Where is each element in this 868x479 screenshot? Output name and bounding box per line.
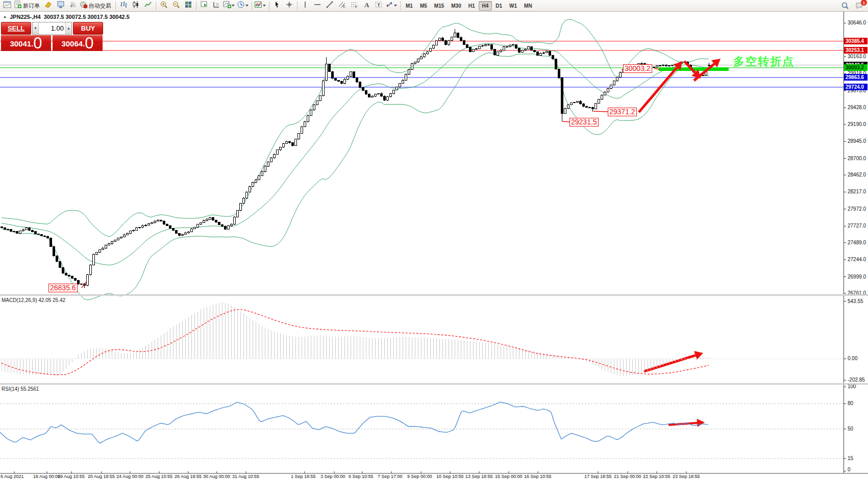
trendline-icon[interactable] (324, 0, 336, 11)
fibonacci-icon: F (350, 1, 358, 11)
vertical-line-icon[interactable] (299, 0, 311, 11)
new-chart-icon (223, 1, 231, 11)
docking-icon (212, 1, 220, 11)
chat-icon[interactable]: 1 (854, 1, 865, 11)
one-click-trading-panel: SELL ▼ ▲ BUY 30041.0 30064.0 (1, 22, 103, 51)
new-chart-icon[interactable] (222, 0, 236, 11)
annotation-price-label[interactable]: 30003.2 (623, 64, 652, 73)
fibonacci-icon[interactable]: F (348, 0, 360, 11)
dropdown-caret-icon[interactable] (394, 5, 397, 7)
profile-icon[interactable] (42, 0, 55, 11)
timeframe-m5[interactable]: M5 (416, 1, 431, 11)
auto-trading-button[interactable]: 自动交易 (79, 0, 114, 11)
dropdown-caret-icon[interactable] (263, 5, 266, 7)
text-label-icon: T (375, 1, 383, 11)
docking-icon[interactable] (210, 0, 222, 11)
volume-decrease-button[interactable]: ▼ (33, 22, 39, 34)
annotation-price-label[interactable]: 29371.2 (608, 108, 637, 116)
volume-box: ▼ ▲ (32, 22, 72, 35)
buy-price-display[interactable]: 30064.0 (53, 35, 103, 51)
macd-label: MACD(12,26,9) 42.05 25.42 (2, 297, 65, 303)
notification-badge: 1 (861, 0, 867, 6)
zoom-in-icon[interactable] (158, 0, 170, 11)
timeframe-h4[interactable]: H4 (479, 1, 492, 11)
arrows-icon[interactable] (385, 0, 399, 11)
search-icon[interactable] (839, 1, 851, 11)
arrows-icon (385, 1, 393, 11)
horizontal-line-icon[interactable] (311, 0, 324, 11)
signals-icon (69, 1, 77, 11)
timeframe-m30[interactable]: M30 (448, 1, 464, 11)
collapse-icon[interactable]: ▲ (3, 15, 7, 18)
chart-window-icon[interactable] (1, 0, 13, 11)
mt4-window: 新订单自动交易EFATM1M5M15M30H1H4D1W1MN1 30646.0… (0, 0, 868, 479)
indicators-icon[interactable] (254, 0, 267, 11)
trendline-icon (326, 1, 334, 11)
symbol-title: ▲ JPN225-,H4 30037.5 30072.5 30017.5 300… (3, 14, 130, 20)
tile-windows-icon[interactable] (182, 0, 194, 11)
svg-text:F: F (355, 5, 357, 9)
bar-chart-icon (119, 1, 128, 11)
line-chart-icon[interactable] (142, 0, 154, 11)
chart-area[interactable]: 30646.030163.029918.029673.029428.029190… (0, 12, 868, 479)
toolbar-separator (156, 1, 156, 10)
svg-text:A: A (364, 1, 369, 9)
cursor-icon[interactable] (271, 0, 283, 11)
dropdown-caret-icon[interactable] (232, 5, 235, 7)
toolbar-separator (269, 1, 269, 10)
text-label-icon[interactable]: T (373, 0, 385, 11)
text-icon[interactable]: A (360, 0, 373, 11)
rsi-line[interactable] (0, 402, 708, 443)
new-order-icon (14, 1, 22, 11)
timeframe-w1[interactable]: W1 (506, 1, 520, 11)
candlestick-chart-icon[interactable] (130, 0, 142, 11)
rsi-label: RSI(14) 55.2561 (2, 386, 39, 392)
zoom-in-icon (160, 1, 168, 11)
auto-arrange-icon (200, 1, 208, 11)
dropdown-caret-icon[interactable] (245, 5, 249, 7)
timeframe-h1[interactable]: H1 (465, 1, 479, 11)
panel-splitter-rsi[interactable] (0, 383, 868, 385)
period-icon[interactable] (236, 0, 250, 11)
period-icon (237, 1, 245, 11)
timeframe-m1[interactable]: M1 (402, 1, 416, 11)
toolbar: 新订单自动交易EFATM1M5M15M30H1H4D1W1MN1 (0, 0, 868, 12)
buy-button[interactable]: BUY (73, 22, 103, 35)
turning-point-note[interactable]: 多空转折点 (733, 54, 795, 69)
equidistant-channel-icon[interactable]: E (336, 0, 348, 11)
volume-input[interactable] (39, 22, 65, 34)
market-watch-icon[interactable] (55, 0, 67, 11)
timeframe-d1[interactable]: D1 (492, 1, 506, 11)
toolbar-separator (400, 1, 401, 10)
profile-icon (44, 1, 53, 11)
zoom-out-icon[interactable] (170, 0, 182, 11)
annotation-price-label[interactable]: 26835.6 (48, 284, 78, 292)
market-watch-icon (57, 1, 65, 11)
auto-trading-icon (80, 1, 88, 11)
chart-canvas[interactable] (0, 0, 868, 479)
new-order-button-label: 新订单 (22, 2, 42, 10)
crosshair-icon[interactable] (283, 0, 295, 11)
vertical-line-icon (301, 1, 309, 11)
svg-text:T: T (378, 3, 381, 8)
crosshair-icon (285, 1, 293, 11)
bollinger-bands[interactable] (2, 19, 709, 300)
toolbar-separator (252, 1, 252, 10)
toolbar-separator (297, 1, 297, 10)
sell-button[interactable]: SELL (1, 22, 31, 35)
tile-windows-icon (184, 1, 192, 11)
cursor-icon (273, 1, 281, 11)
timeframe-m15[interactable]: M15 (431, 1, 448, 11)
timeframe-mn[interactable]: MN (520, 1, 536, 11)
macd-histogram[interactable] (2, 302, 709, 376)
new-order-button[interactable]: 新订单 (13, 0, 42, 11)
panel-splitter-macd[interactable] (0, 294, 868, 296)
signals-icon[interactable] (67, 0, 79, 11)
sell-price-display[interactable]: 30041.0 (1, 35, 51, 51)
bar-chart-icon[interactable] (117, 0, 130, 11)
auto-arrange-icon[interactable] (198, 0, 210, 11)
macd-signal-line[interactable] (2, 309, 709, 374)
volume-increase-button[interactable]: ▲ (65, 22, 71, 34)
auto-trading-button-label: 自动交易 (88, 2, 113, 10)
annotation-price-label[interactable]: 29231.5 (569, 118, 599, 127)
